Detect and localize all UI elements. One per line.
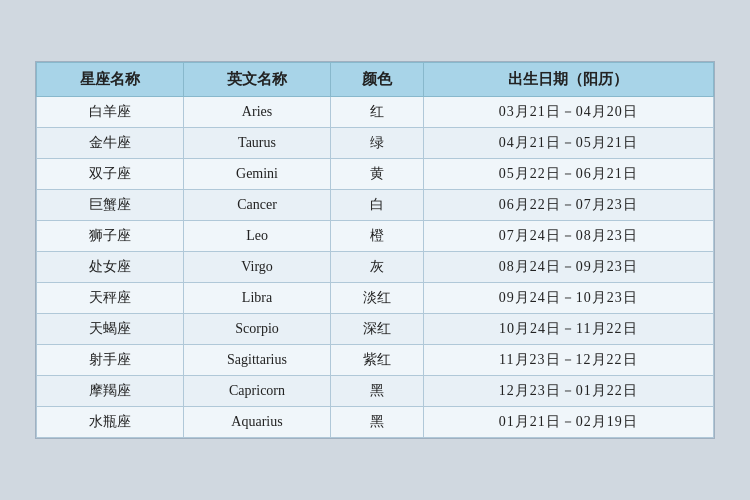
cell-color: 绿 <box>331 128 424 159</box>
cell-dates: 01月21日－02月19日 <box>423 407 713 438</box>
cell-dates: 09月24日－10月23日 <box>423 283 713 314</box>
header-chinese-name: 星座名称 <box>37 63 184 97</box>
cell-chinese-name: 巨蟹座 <box>37 190 184 221</box>
cell-dates: 10月24日－11月22日 <box>423 314 713 345</box>
cell-english-name: Libra <box>184 283 331 314</box>
cell-english-name: Aquarius <box>184 407 331 438</box>
cell-color: 深红 <box>331 314 424 345</box>
zodiac-table-container: 星座名称 英文名称 颜色 出生日期（阳历） 白羊座Aries红03月21日－04… <box>35 61 715 439</box>
header-color: 颜色 <box>331 63 424 97</box>
cell-chinese-name: 水瓶座 <box>37 407 184 438</box>
cell-chinese-name: 双子座 <box>37 159 184 190</box>
cell-color: 红 <box>331 97 424 128</box>
cell-color: 灰 <box>331 252 424 283</box>
cell-dates: 05月22日－06月21日 <box>423 159 713 190</box>
cell-chinese-name: 摩羯座 <box>37 376 184 407</box>
cell-dates: 06月22日－07月23日 <box>423 190 713 221</box>
cell-chinese-name: 处女座 <box>37 252 184 283</box>
header-dates: 出生日期（阳历） <box>423 63 713 97</box>
cell-dates: 12月23日－01月22日 <box>423 376 713 407</box>
cell-dates: 11月23日－12月22日 <box>423 345 713 376</box>
table-row: 狮子座Leo橙07月24日－08月23日 <box>37 221 714 252</box>
cell-dates: 08月24日－09月23日 <box>423 252 713 283</box>
table-header-row: 星座名称 英文名称 颜色 出生日期（阳历） <box>37 63 714 97</box>
cell-dates: 07月24日－08月23日 <box>423 221 713 252</box>
cell-dates: 03月21日－04月20日 <box>423 97 713 128</box>
cell-color: 黑 <box>331 407 424 438</box>
table-row: 处女座Virgo灰08月24日－09月23日 <box>37 252 714 283</box>
table-row: 天蝎座Scorpio深红10月24日－11月22日 <box>37 314 714 345</box>
cell-color: 紫红 <box>331 345 424 376</box>
cell-english-name: Taurus <box>184 128 331 159</box>
cell-english-name: Capricorn <box>184 376 331 407</box>
cell-english-name: Scorpio <box>184 314 331 345</box>
cell-chinese-name: 金牛座 <box>37 128 184 159</box>
table-row: 摩羯座Capricorn黑12月23日－01月22日 <box>37 376 714 407</box>
table-row: 射手座Sagittarius紫红11月23日－12月22日 <box>37 345 714 376</box>
cell-english-name: Leo <box>184 221 331 252</box>
table-row: 天秤座Libra淡红09月24日－10月23日 <box>37 283 714 314</box>
zodiac-table: 星座名称 英文名称 颜色 出生日期（阳历） 白羊座Aries红03月21日－04… <box>36 62 714 438</box>
cell-color: 橙 <box>331 221 424 252</box>
table-row: 金牛座Taurus绿04月21日－05月21日 <box>37 128 714 159</box>
cell-english-name: Aries <box>184 97 331 128</box>
cell-chinese-name: 天秤座 <box>37 283 184 314</box>
cell-chinese-name: 射手座 <box>37 345 184 376</box>
cell-english-name: Cancer <box>184 190 331 221</box>
table-row: 白羊座Aries红03月21日－04月20日 <box>37 97 714 128</box>
table-body: 白羊座Aries红03月21日－04月20日金牛座Taurus绿04月21日－0… <box>37 97 714 438</box>
cell-english-name: Gemini <box>184 159 331 190</box>
table-row: 水瓶座Aquarius黑01月21日－02月19日 <box>37 407 714 438</box>
cell-chinese-name: 白羊座 <box>37 97 184 128</box>
cell-dates: 04月21日－05月21日 <box>423 128 713 159</box>
header-english-name: 英文名称 <box>184 63 331 97</box>
cell-english-name: Sagittarius <box>184 345 331 376</box>
table-row: 巨蟹座Cancer白06月22日－07月23日 <box>37 190 714 221</box>
table-row: 双子座Gemini黄05月22日－06月21日 <box>37 159 714 190</box>
cell-color: 白 <box>331 190 424 221</box>
cell-color: 黄 <box>331 159 424 190</box>
cell-color: 黑 <box>331 376 424 407</box>
cell-english-name: Virgo <box>184 252 331 283</box>
cell-color: 淡红 <box>331 283 424 314</box>
cell-chinese-name: 狮子座 <box>37 221 184 252</box>
cell-chinese-name: 天蝎座 <box>37 314 184 345</box>
